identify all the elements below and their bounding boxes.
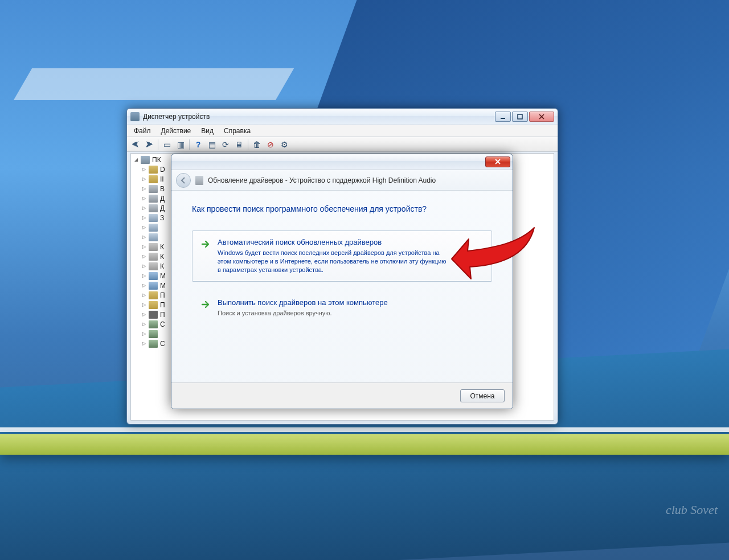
device-category-icon: [149, 204, 158, 212]
maximize-button[interactable]: [512, 112, 528, 122]
expand-icon[interactable]: ▷: [141, 331, 146, 336]
device-category-icon: [149, 224, 158, 232]
help-icon[interactable]: ?: [192, 138, 204, 151]
expand-icon[interactable]: ▷: [141, 215, 146, 220]
tree-item[interactable]: ▷З: [141, 213, 166, 223]
disable-icon[interactable]: ⊘: [264, 138, 277, 151]
option-browse-computer[interactable]: Выполнить поиск драйверов на этом компью…: [192, 291, 492, 325]
wizard-footer: Отмена: [171, 382, 513, 409]
device-category-icon: [149, 320, 158, 328]
tree-item[interactable]: ▷B: [141, 184, 166, 193]
minimize-button[interactable]: [495, 112, 511, 122]
expand-icon[interactable]: ▷: [141, 254, 146, 259]
option-browse-title: Выполнить поиск драйверов на этом компью…: [218, 298, 388, 307]
properties-icon[interactable]: ▤: [206, 138, 218, 151]
tree-item-label: К: [160, 243, 164, 251]
tree-item[interactable]: ▷Д: [141, 203, 166, 213]
svg-rect-1: [518, 114, 522, 119]
toolbar: ⮜ ⮞ ▭ ▥ ? ▤ ⟳ 🖥 🗑 ⊘ ⚙: [127, 137, 558, 152]
tree-item[interactable]: ▷П: [141, 310, 166, 319]
device-category-icon: [149, 253, 158, 261]
arrow-right-icon: [200, 299, 211, 310]
expand-icon[interactable]: ▷: [141, 167, 146, 172]
expand-icon[interactable]: ▷: [141, 176, 146, 182]
expand-icon[interactable]: ▷: [141, 244, 146, 249]
menu-file[interactable]: Файл: [129, 126, 155, 136]
tree-item[interactable]: ▷К: [141, 252, 166, 261]
devmgr-titlebar[interactable]: Диспетчер устройств: [127, 109, 558, 125]
device-category-icon: [149, 330, 158, 338]
device-category-icon: [149, 233, 158, 241]
expand-icon[interactable]: ▷: [141, 196, 146, 201]
expand-icon[interactable]: ▷: [141, 263, 146, 269]
tree-item[interactable]: ▷D: [141, 164, 166, 174]
wizard-back-button[interactable]: [176, 173, 191, 188]
tree-item-label: П: [160, 311, 165, 319]
tree-item[interactable]: ▷II: [141, 174, 166, 184]
tree-root[interactable]: ◢ ПК: [133, 155, 166, 164]
option-auto-title: Автоматический поиск обновленных драйвер…: [218, 238, 451, 246]
expand-icon[interactable]: ▷: [141, 312, 146, 317]
expand-icon[interactable]: ▷: [141, 322, 146, 327]
tree-item[interactable]: ▷К: [141, 242, 166, 252]
tree-item[interactable]: ▷: [141, 232, 166, 242]
tree-item-label: М: [160, 272, 166, 280]
wizard-close-button[interactable]: [485, 157, 510, 167]
tree-item-label: С: [160, 320, 165, 328]
enable-icon[interactable]: ⚙: [278, 138, 290, 151]
collapse-icon[interactable]: ◢: [133, 157, 138, 162]
menu-help[interactable]: Справка: [219, 126, 255, 136]
tree-item[interactable]: ▷С: [141, 339, 166, 348]
tree-item-label: Д: [160, 204, 165, 212]
option-browse-desc: Поиск и установка драйверов вручную.: [218, 309, 388, 318]
expand-icon[interactable]: ▷: [141, 205, 146, 211]
tree-item-label: С: [160, 340, 165, 348]
tree-item-label: II: [160, 175, 164, 183]
expand-icon[interactable]: ▷: [141, 293, 146, 298]
device-category-icon: [149, 291, 158, 299]
expand-icon[interactable]: ▷: [141, 273, 146, 278]
device-category-icon: [149, 282, 158, 290]
device-category-icon: [149, 340, 158, 348]
device-category-icon: [149, 243, 158, 251]
tree-item[interactable]: ▷: [141, 223, 166, 232]
tree-root-label: ПК: [152, 156, 161, 164]
expand-icon[interactable]: ▷: [141, 225, 146, 230]
update-driver-icon[interactable]: ⟳: [219, 138, 232, 151]
tree-item[interactable]: ▷П: [141, 290, 166, 300]
expand-icon[interactable]: ▷: [141, 283, 146, 288]
tree-item[interactable]: ▷М: [141, 271, 166, 281]
tree-item[interactable]: ▷С: [141, 319, 166, 329]
close-button[interactable]: [529, 112, 554, 122]
tree-item-label: B: [160, 185, 165, 193]
device-category-icon: [149, 272, 158, 280]
show-tree-icon[interactable]: ▥: [174, 138, 187, 151]
tree-item[interactable]: ▷Д: [141, 193, 166, 203]
expand-icon[interactable]: ▷: [141, 234, 146, 240]
nav-forward-icon[interactable]: ⮞: [143, 138, 155, 151]
tree-item[interactable]: ▷К: [141, 261, 166, 271]
tree-item-label: М: [160, 282, 166, 290]
tree-item[interactable]: ▷П: [141, 300, 166, 310]
tree-item[interactable]: ▷М: [141, 281, 166, 290]
nav-back-icon[interactable]: ⮜: [129, 138, 142, 151]
menu-view[interactable]: Вид: [196, 126, 218, 136]
wizard-titlebar[interactable]: [171, 154, 513, 170]
wizard-header: Обновление драйверов - Устройство с подд…: [171, 170, 513, 191]
expand-icon[interactable]: ▷: [141, 341, 146, 346]
expand-icon[interactable]: ▷: [141, 186, 146, 191]
watermark-text: club Sovet: [666, 503, 718, 517]
cancel-button[interactable]: Отмена: [460, 389, 505, 402]
wizard-question: Как провести поиск программного обеспече…: [192, 204, 492, 213]
uninstall-icon[interactable]: 🗑: [251, 138, 263, 151]
devmgr-title: Диспетчер устройств: [143, 113, 495, 121]
option-auto-desc: Windows будет вести поиск последних верс…: [218, 249, 451, 274]
tree-item[interactable]: ▷: [141, 329, 166, 339]
option-auto-search[interactable]: Автоматический поиск обновленных драйвер…: [192, 230, 492, 282]
tree-item-label: D: [160, 166, 165, 174]
expand-icon[interactable]: ▷: [141, 302, 146, 307]
scan-hardware-icon[interactable]: 🖥: [233, 138, 245, 151]
menu-action[interactable]: Действие: [157, 126, 196, 136]
menubar: Файл Действие Вид Справка: [127, 125, 558, 137]
show-hide-icon[interactable]: ▭: [161, 138, 173, 151]
